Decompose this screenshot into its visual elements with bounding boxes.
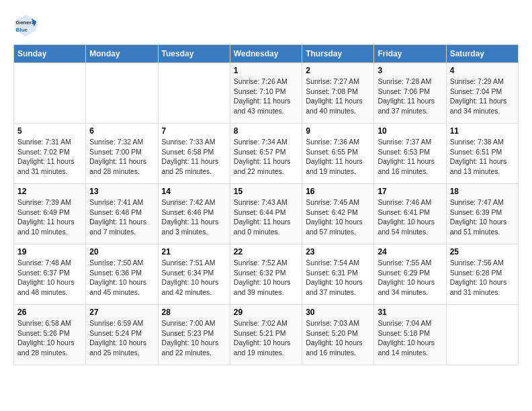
day-number: 27 xyxy=(89,308,154,317)
calendar-cell: 4Sunrise: 7:29 AM Sunset: 7:04 PM Daylig… xyxy=(446,63,518,124)
calendar-cell: 7Sunrise: 7:33 AM Sunset: 6:58 PM Daylig… xyxy=(158,124,230,184)
day-info: Sunrise: 7:31 AM Sunset: 7:02 PM Dayligh… xyxy=(17,137,82,177)
calendar-cell: 19Sunrise: 7:48 AM Sunset: 6:37 PM Dayli… xyxy=(14,244,86,305)
calendar-cell: 28Sunrise: 7:00 AM Sunset: 5:23 PM Dayli… xyxy=(158,305,230,365)
weekday-header-tuesday: Tuesday xyxy=(158,45,230,63)
weekday-header-wednesday: Wednesday xyxy=(230,45,302,63)
calendar-week-3: 19Sunrise: 7:48 AM Sunset: 6:37 PM Dayli… xyxy=(14,244,519,305)
day-info: Sunrise: 7:42 AM Sunset: 6:46 PM Dayligh… xyxy=(162,197,226,237)
day-number: 11 xyxy=(450,126,515,136)
calendar-cell xyxy=(86,63,158,124)
day-info: Sunrise: 7:38 AM Sunset: 6:51 PM Dayligh… xyxy=(450,137,515,177)
weekday-header-saturday: Saturday xyxy=(446,45,518,63)
calendar-cell: 24Sunrise: 7:55 AM Sunset: 6:29 PM Dayli… xyxy=(374,244,446,305)
day-number: 1 xyxy=(234,66,298,75)
day-number: 6 xyxy=(89,126,154,136)
calendar-cell: 15Sunrise: 7:43 AM Sunset: 6:44 PM Dayli… xyxy=(230,184,302,244)
day-info: Sunrise: 6:58 AM Sunset: 5:26 PM Dayligh… xyxy=(17,318,82,358)
calendar-cell: 18Sunrise: 7:47 AM Sunset: 6:39 PM Dayli… xyxy=(446,184,518,244)
calendar-cell: 26Sunrise: 6:58 AM Sunset: 5:26 PM Dayli… xyxy=(14,305,86,365)
calendar-header: SundayMondayTuesdayWednesdayThursdayFrid… xyxy=(14,45,519,63)
logo-icon: General Blue xyxy=(13,13,38,38)
day-info: Sunrise: 7:34 AM Sunset: 6:57 PM Dayligh… xyxy=(234,137,298,177)
day-info: Sunrise: 7:02 AM Sunset: 5:21 PM Dayligh… xyxy=(234,318,298,358)
calendar-cell: 8Sunrise: 7:34 AM Sunset: 6:57 PM Daylig… xyxy=(230,124,302,184)
weekday-header-friday: Friday xyxy=(374,45,446,63)
calendar-cell: 12Sunrise: 7:39 AM Sunset: 6:49 PM Dayli… xyxy=(14,184,86,244)
day-number: 3 xyxy=(378,66,442,75)
day-number: 4 xyxy=(450,66,515,75)
calendar-cell: 3Sunrise: 7:28 AM Sunset: 7:06 PM Daylig… xyxy=(374,63,446,124)
calendar-body: 1Sunrise: 7:26 AM Sunset: 7:10 PM Daylig… xyxy=(14,63,519,365)
calendar-cell: 30Sunrise: 7:03 AM Sunset: 5:20 PM Dayli… xyxy=(302,305,374,365)
day-number: 29 xyxy=(234,308,298,317)
calendar-cell: 29Sunrise: 7:02 AM Sunset: 5:21 PM Dayli… xyxy=(230,305,302,365)
day-number: 12 xyxy=(17,187,82,196)
calendar-cell: 6Sunrise: 7:32 AM Sunset: 7:00 PM Daylig… xyxy=(86,124,158,184)
page-header: General Blue xyxy=(13,13,519,38)
calendar-cell: 16Sunrise: 7:45 AM Sunset: 6:42 PM Dayli… xyxy=(302,184,374,244)
day-info: Sunrise: 7:27 AM Sunset: 7:08 PM Dayligh… xyxy=(306,77,370,116)
day-number: 16 xyxy=(306,187,370,196)
day-number: 31 xyxy=(378,308,442,317)
day-info: Sunrise: 7:41 AM Sunset: 6:48 PM Dayligh… xyxy=(89,197,154,237)
calendar-cell: 2Sunrise: 7:27 AM Sunset: 7:08 PM Daylig… xyxy=(302,63,374,124)
day-number: 24 xyxy=(378,247,442,257)
day-number: 9 xyxy=(306,126,370,136)
weekday-header-thursday: Thursday xyxy=(302,45,374,63)
day-info: Sunrise: 7:43 AM Sunset: 6:44 PM Dayligh… xyxy=(234,197,298,237)
calendar-cell: 10Sunrise: 7:37 AM Sunset: 6:53 PM Dayli… xyxy=(374,124,446,184)
day-number: 7 xyxy=(162,126,226,136)
day-number: 17 xyxy=(378,187,442,196)
day-number: 19 xyxy=(17,247,82,257)
calendar-cell: 17Sunrise: 7:46 AM Sunset: 6:41 PM Dayli… xyxy=(374,184,446,244)
calendar-cell: 23Sunrise: 7:54 AM Sunset: 6:31 PM Dayli… xyxy=(302,244,374,305)
calendar-cell: 1Sunrise: 7:26 AM Sunset: 7:10 PM Daylig… xyxy=(230,63,302,124)
calendar-cell: 22Sunrise: 7:52 AM Sunset: 6:32 PM Dayli… xyxy=(230,244,302,305)
day-info: Sunrise: 7:51 AM Sunset: 6:34 PM Dayligh… xyxy=(162,258,226,298)
svg-text:Blue: Blue xyxy=(16,27,28,33)
day-info: Sunrise: 7:29 AM Sunset: 7:04 PM Dayligh… xyxy=(450,77,515,116)
day-info: Sunrise: 7:47 AM Sunset: 6:39 PM Dayligh… xyxy=(450,197,515,237)
day-number: 10 xyxy=(378,126,442,136)
day-info: Sunrise: 7:00 AM Sunset: 5:23 PM Dayligh… xyxy=(162,318,226,358)
weekday-header-sunday: Sunday xyxy=(14,45,86,63)
day-info: Sunrise: 7:26 AM Sunset: 7:10 PM Dayligh… xyxy=(234,77,298,116)
day-number: 18 xyxy=(450,187,515,196)
calendar-cell: 14Sunrise: 7:42 AM Sunset: 6:46 PM Dayli… xyxy=(158,184,230,244)
calendar-cell xyxy=(14,63,86,124)
day-info: Sunrise: 6:59 AM Sunset: 5:24 PM Dayligh… xyxy=(89,318,154,358)
calendar-week-0: 1Sunrise: 7:26 AM Sunset: 7:10 PM Daylig… xyxy=(14,63,519,124)
calendar-cell: 5Sunrise: 7:31 AM Sunset: 7:02 PM Daylig… xyxy=(14,124,86,184)
calendar-week-2: 12Sunrise: 7:39 AM Sunset: 6:49 PM Dayli… xyxy=(14,184,519,244)
day-number: 21 xyxy=(162,247,226,257)
day-info: Sunrise: 7:04 AM Sunset: 5:18 PM Dayligh… xyxy=(378,318,442,358)
logo: General Blue xyxy=(13,13,42,38)
day-info: Sunrise: 7:36 AM Sunset: 6:55 PM Dayligh… xyxy=(306,137,370,177)
day-info: Sunrise: 7:37 AM Sunset: 6:53 PM Dayligh… xyxy=(378,137,442,177)
day-number: 8 xyxy=(234,126,298,136)
day-info: Sunrise: 7:32 AM Sunset: 7:00 PM Dayligh… xyxy=(89,137,154,177)
day-info: Sunrise: 7:39 AM Sunset: 6:49 PM Dayligh… xyxy=(17,197,82,237)
calendar-cell: 20Sunrise: 7:50 AM Sunset: 6:36 PM Dayli… xyxy=(86,244,158,305)
day-info: Sunrise: 7:46 AM Sunset: 6:41 PM Dayligh… xyxy=(378,197,442,237)
calendar-cell: 25Sunrise: 7:56 AM Sunset: 6:28 PM Dayli… xyxy=(446,244,518,305)
day-number: 28 xyxy=(162,308,226,317)
day-number: 23 xyxy=(306,247,370,257)
calendar-cell xyxy=(158,63,230,124)
calendar-cell: 13Sunrise: 7:41 AM Sunset: 6:48 PM Dayli… xyxy=(86,184,158,244)
day-info: Sunrise: 7:28 AM Sunset: 7:06 PM Dayligh… xyxy=(378,77,442,116)
day-info: Sunrise: 7:45 AM Sunset: 6:42 PM Dayligh… xyxy=(306,197,370,237)
day-number: 22 xyxy=(234,247,298,257)
day-number: 26 xyxy=(17,308,82,317)
calendar-cell: 9Sunrise: 7:36 AM Sunset: 6:55 PM Daylig… xyxy=(302,124,374,184)
day-number: 25 xyxy=(450,247,515,257)
day-info: Sunrise: 7:52 AM Sunset: 6:32 PM Dayligh… xyxy=(234,258,298,298)
day-info: Sunrise: 7:33 AM Sunset: 6:58 PM Dayligh… xyxy=(162,137,226,177)
calendar-cell: 31Sunrise: 7:04 AM Sunset: 5:18 PM Dayli… xyxy=(374,305,446,365)
day-info: Sunrise: 7:55 AM Sunset: 6:29 PM Dayligh… xyxy=(378,258,442,298)
day-number: 14 xyxy=(162,187,226,196)
day-info: Sunrise: 7:56 AM Sunset: 6:28 PM Dayligh… xyxy=(450,258,515,298)
calendar-cell: 27Sunrise: 6:59 AM Sunset: 5:24 PM Dayli… xyxy=(86,305,158,365)
calendar-cell xyxy=(446,305,518,365)
